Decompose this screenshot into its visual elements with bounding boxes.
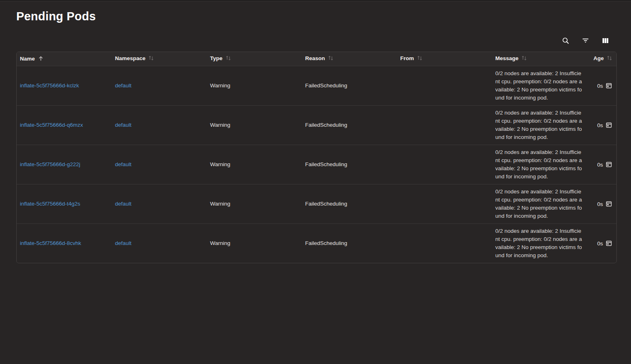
column-header-from[interactable]: From [397,52,492,66]
table-header-row: Name Namespace Type Reason From Message [17,52,616,66]
filter-button[interactable] [580,36,591,46]
column-header-name[interactable]: Name [17,52,112,66]
message-value: 0/2 nodes are available: 2 Insufficient … [495,69,590,102]
table-row: inflate-5c5f75666d-kclzk default Warning… [17,66,616,105]
message-value: 0/2 nodes are available: 2 Insufficient … [495,188,590,220]
table-row: inflate-5c5f75666d-t4g2s default Warning… [17,184,616,223]
column-label: Reason [305,55,325,61]
search-button[interactable] [560,36,571,46]
calendar-icon [603,122,612,128]
type-value: Warning [210,161,230,167]
table-toolbar [0,35,611,47]
arrow-up-down-icon [521,56,527,62]
column-label: From [400,55,414,61]
age-value: 0s [597,240,603,247]
type-value: Warning [210,122,230,128]
column-header-type[interactable]: Type [207,52,302,66]
arrow-up-down-icon [417,56,423,62]
calendar-icon [603,83,612,89]
search-icon [562,37,570,46]
column-header-age[interactable]: Age [590,52,616,66]
reason-value: FailedScheduling [305,82,347,89]
type-value: Warning [210,240,230,246]
namespace-link[interactable]: default [115,240,132,246]
top-divider [0,0,631,1]
age-value: 0s [597,83,603,89]
namespace-link[interactable]: default [115,82,132,89]
calendar-icon [603,240,612,247]
column-settings-button[interactable] [600,36,611,46]
message-value: 0/2 nodes are available: 2 Insufficient … [495,148,590,181]
namespace-link[interactable]: default [115,122,132,128]
reason-value: FailedScheduling [305,240,347,246]
reason-value: FailedScheduling [305,201,347,207]
view-columns-icon [602,37,609,46]
namespace-link[interactable]: default [115,201,132,207]
age-value: 0s [597,201,603,207]
pending-pods-table: Name Namespace Type Reason From Message [16,52,617,263]
filter-icon [581,37,590,46]
column-header-namespace[interactable]: Namespace [112,52,207,66]
pod-name-link[interactable]: inflate-5c5f75666d-g222j [20,161,80,167]
message-value: 0/2 nodes are available: 2 Insufficient … [495,109,590,141]
arrow-up-down-icon [148,56,154,62]
page-title: Pending Pods [16,10,631,23]
pod-name-link[interactable]: inflate-5c5f75666d-t4g2s [20,201,80,207]
type-value: Warning [210,82,230,89]
column-header-message[interactable]: Message [492,52,590,66]
column-label: Namespace [115,55,145,61]
column-label: Name [20,56,35,62]
reason-value: FailedScheduling [305,122,347,128]
table-row: inflate-5c5f75666d-8cvhk default Warning… [17,223,616,263]
calendar-icon [603,162,612,168]
column-label: Age [593,55,604,61]
column-header-reason[interactable]: Reason [302,52,397,66]
arrow-up-down-icon [328,56,334,62]
arrow-up-down-icon [226,56,231,62]
type-value: Warning [210,201,230,207]
reason-value: FailedScheduling [305,161,347,167]
arrow-up-icon [38,56,44,63]
age-value: 0s [597,122,603,128]
calendar-icon [603,201,612,207]
pod-name-link[interactable]: inflate-5c5f75666d-8cvhk [20,240,81,246]
namespace-link[interactable]: default [115,161,132,167]
arrow-up-down-icon [607,56,612,62]
column-label: Message [495,55,518,61]
column-label: Type [210,55,223,61]
table-row: inflate-5c5f75666d-q6mzx default Warning… [17,105,616,145]
age-value: 0s [597,162,603,168]
message-value: 0/2 nodes are available: 2 Insufficient … [495,227,590,260]
pod-name-link[interactable]: inflate-5c5f75666d-q6mzx [20,122,83,128]
table-row: inflate-5c5f75666d-g222j default Warning… [17,145,616,184]
pod-name-link[interactable]: inflate-5c5f75666d-kclzk [20,82,79,89]
